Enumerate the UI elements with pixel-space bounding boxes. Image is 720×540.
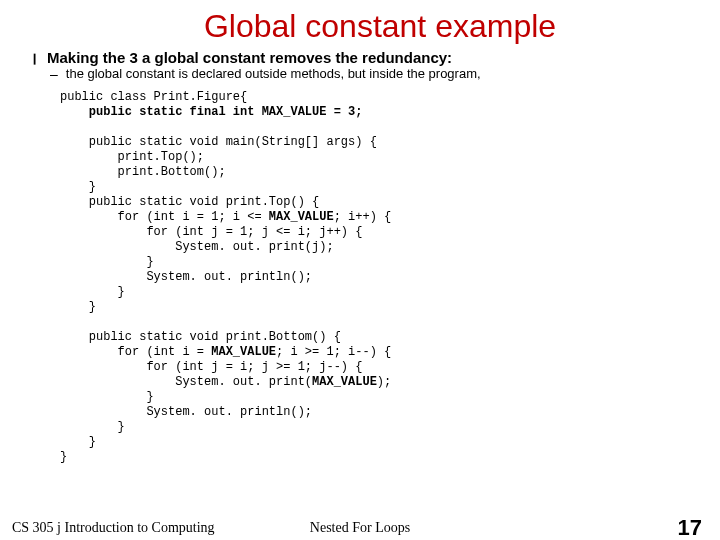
- bullet-text: Making the 3 a global constant removes t…: [47, 49, 452, 66]
- dash-icon: –: [50, 66, 58, 82]
- content-area: ❙ Making the 3 a global constant removes…: [0, 49, 720, 465]
- page-number: 17: [678, 515, 702, 540]
- footer-center: Nested For Loops: [310, 520, 410, 536]
- bullet-icon: ❙: [30, 52, 39, 65]
- main-bullet: ❙ Making the 3 a global constant removes…: [30, 49, 700, 66]
- slide-title: Global constant example: [0, 8, 720, 45]
- sub-bullet-text: the global constant is declared outside …: [66, 66, 481, 81]
- sub-bullet: – the global constant is declared outsid…: [50, 66, 700, 82]
- footer-left: CS 305 j Introduction to Computing: [12, 520, 215, 536]
- code-block: public class Print.Figure{ public static…: [60, 90, 700, 465]
